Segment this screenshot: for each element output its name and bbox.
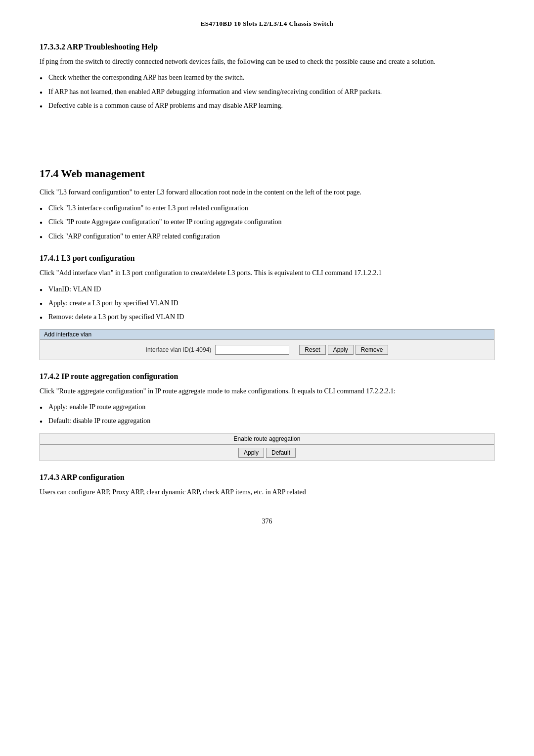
section-1742-heading: 17.4.2 IP route aggregation configuratio…	[40, 372, 494, 381]
bullet-item: Click "ARP configuration" to enter ARP r…	[40, 231, 494, 242]
section-1741-intro: Click "Add interface vlan" in L3 port co…	[40, 268, 494, 279]
bullet-item: Defective cable is a common cause of ARP…	[40, 100, 494, 111]
aggregation-apply-button[interactable]: Apply	[238, 448, 264, 458]
section-1741-bullets: VlanID: VLAN ID Apply: create a L3 port …	[40, 284, 494, 323]
widget-title: Add interface vlan	[40, 330, 494, 340]
section-1742-intro: Click "Route aggregate configuration" in…	[40, 386, 494, 397]
section-1742-bullets: Apply: enable IP route aggregation Defau…	[40, 402, 494, 427]
bullet-item: If ARP has not learned, then enabled ARP…	[40, 87, 494, 97]
section-174-heading: 17.4 Web management	[40, 167, 494, 180]
widget-button-row: Reset Apply Remove	[295, 343, 392, 357]
bullet-item: Apply: enable IP route aggregation	[40, 402, 494, 413]
page-number: 376	[40, 518, 494, 525]
section-174-bullets: Click "L3 interface configuration" to en…	[40, 203, 494, 242]
section-1743-intro: Users can configure ARP, Proxy ARP, clea…	[40, 487, 494, 498]
section-17332-bullets: Check whether the corresponding ARP has …	[40, 72, 494, 111]
bullet-item: Check whether the corresponding ARP has …	[40, 72, 494, 83]
section-17332-heading: 17.3.3.2 ARP Troubleshooting Help	[40, 43, 494, 51]
widget-input-row: Interface vlan ID(1-4094)	[142, 343, 294, 357]
bullet-item: VlanID: VLAN ID	[40, 284, 494, 295]
apply-button[interactable]: Apply	[328, 345, 354, 355]
section-174-intro: Click "L3 forward configuration" to ente…	[40, 187, 494, 198]
aggregation-title: Enable route aggregation	[40, 433, 494, 445]
bullet-item: Click "L3 interface configuration" to en…	[40, 203, 494, 214]
section-1741-heading: 17.4.1 L3 port configuration	[40, 254, 494, 263]
aggregation-default-button[interactable]: Default	[266, 448, 296, 458]
add-interface-vlan-widget: Add interface vlan Interface vlan ID(1-4…	[40, 329, 494, 360]
header-title: ES4710BD 10 Slots L2/L3/L4 Chassis Switc…	[201, 20, 334, 27]
widget-label: Interface vlan ID(1-4094)	[146, 346, 212, 353]
remove-button[interactable]: Remove	[356, 345, 389, 355]
reset-button[interactable]: Reset	[299, 345, 325, 355]
section-1743-heading: 17.4.3 ARP configuration	[40, 473, 494, 482]
section-17332-intro: If ping from the switch to directly conn…	[40, 56, 494, 67]
enable-route-aggregation-widget: Enable route aggregation Apply Default	[40, 433, 494, 461]
interface-vlan-input[interactable]	[215, 345, 289, 355]
bullet-item: Click "IP route Aggregate configuration"…	[40, 217, 494, 228]
bullet-item: Apply: create a L3 port by specified VLA…	[40, 298, 494, 309]
bullet-item: Remove: delete a L3 port by specified VL…	[40, 312, 494, 323]
bullet-item: Default: disable IP route aggregation	[40, 416, 494, 426]
aggregation-button-row: Apply Default	[40, 445, 494, 461]
page-header: ES4710BD 10 Slots L2/L3/L4 Chassis Switc…	[40, 20, 494, 28]
